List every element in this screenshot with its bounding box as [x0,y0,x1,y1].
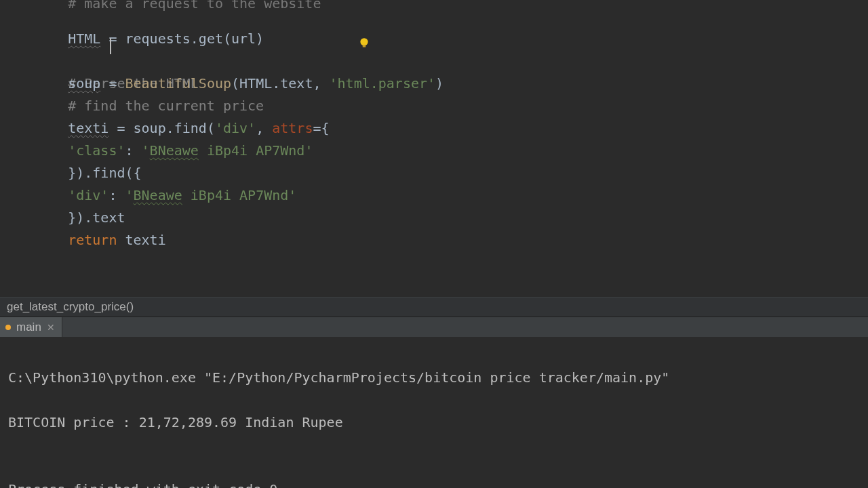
code-editor[interactable]: # make a request to the website HTML = r… [0,0,868,297]
run-tool-tabs: main ✕ [0,317,868,338]
svg-point-0 [360,38,368,45]
intention-bulb-icon[interactable] [358,37,370,49]
code-line[interactable]: }).find({ [3,140,868,162]
code-line[interactable]: price = get_latest_crypto_price('bitcoin… [3,274,868,296]
run-status-icon [5,325,11,330]
code-line[interactable]: }).text [3,184,868,207]
current-line-highlight [3,28,868,50]
code-line[interactable]: # make a request to the website [3,0,868,5]
code-line[interactable]: return texti [3,207,868,229]
code-line[interactable] [3,229,868,251]
run-console[interactable]: C:\Python310\python.exe "E:/Python/Pycha… [0,338,868,488]
code-line[interactable]: 'div': 'BNeawe iBp4i AP7Wnd' [3,162,868,184]
breadcrumb-function[interactable]: get_latest_crypto_price() [7,300,134,313]
run-tab-label: main [16,321,41,334]
close-icon[interactable]: ✕ [47,322,55,333]
svg-rect-1 [363,45,366,47]
code-line[interactable]: HTML = requests.get(url) [3,5,868,28]
code-line[interactable]: # find the current price [3,73,868,95]
text-caret [110,38,111,54]
console-line: C:\Python310\python.exe "E:/Python/Pycha… [8,367,860,389]
code-line[interactable]: 'class': 'BNeawe iBp4i AP7Wnd' [3,117,868,140]
run-tab-main[interactable]: main ✕ [0,317,62,337]
breadcrumb[interactable]: get_latest_crypto_price() [0,297,868,317]
code-line[interactable]: # Parse the HTML [3,28,868,50]
code-line[interactable]: soup = BeautifulSoup(HTML.text, 'html.pa… [3,50,868,73]
console-line: Process finished with exit code 0 [8,479,860,488]
code-line[interactable] [3,251,868,274]
console-line: BITCOIN price : 21,72,289.69 Indian Rupe… [8,411,860,434]
code-line[interactable]: texti = soup.find('div', attrs={ [3,95,868,117]
